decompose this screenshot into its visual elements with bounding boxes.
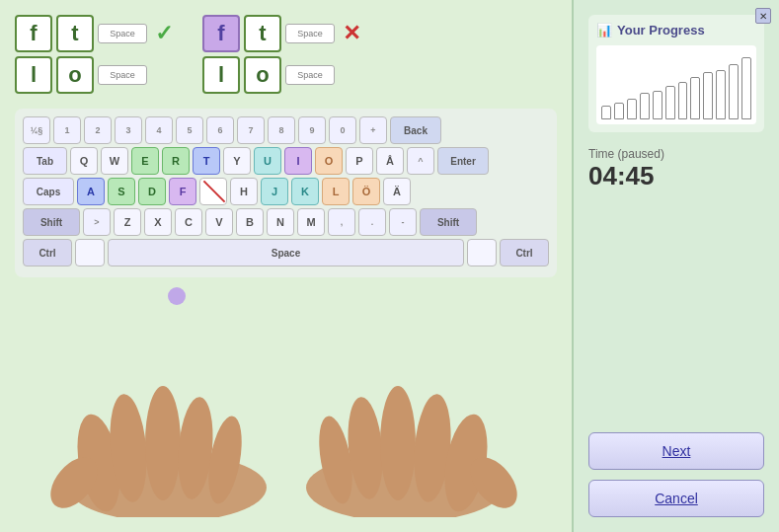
- key-o[interactable]: O: [315, 147, 343, 175]
- main-area: f t Space ✓ l o Space f t Space ✕ l o: [0, 0, 572, 532]
- word-row-3: f t Space ✕: [202, 15, 360, 52]
- word-comparison-area: f t Space ✓ l o Space f t Space ✕ l o: [15, 15, 557, 94]
- bar-5: [653, 91, 662, 119]
- word-group-incorrect: f t Space ✕ l o Space: [202, 15, 360, 94]
- chart-icon: 📊: [596, 23, 612, 38]
- key-f[interactable]: F: [169, 178, 196, 205]
- letter-l-correct: l: [15, 56, 52, 94]
- key-ae[interactable]: Ä: [383, 178, 411, 205]
- time-section: Time (paused) 04:45: [588, 147, 764, 191]
- cross-mark: ✕: [343, 21, 360, 46]
- key-alt-left[interactable]: [75, 239, 105, 266]
- key-row-asdf: Caps A S D F H J K L Ö Ä: [23, 178, 549, 205]
- key-7[interactable]: 7: [237, 116, 265, 144]
- time-label: Time (paused): [588, 147, 764, 161]
- progress-title: 📊 Your Progress: [596, 23, 756, 38]
- key-h[interactable]: H: [230, 178, 258, 205]
- key-5[interactable]: 5: [176, 116, 203, 144]
- letter-f-correct: f: [15, 15, 52, 52]
- key-z[interactable]: Z: [114, 208, 141, 236]
- hands-svg: [20, 369, 553, 517]
- progress-chart: [596, 45, 756, 124]
- key-q[interactable]: Q: [70, 147, 98, 175]
- key-u[interactable]: U: [254, 147, 281, 175]
- close-button[interactable]: ✕: [755, 8, 771, 24]
- letter-t-incorrect: t: [244, 15, 281, 52]
- key-ctrl-right[interactable]: Ctrl: [500, 239, 549, 266]
- key-aa[interactable]: Å: [376, 147, 404, 175]
- key-b[interactable]: B: [236, 208, 264, 236]
- key-j[interactable]: J: [261, 178, 288, 205]
- word-row-2: l o Space: [15, 56, 173, 94]
- keyboard: ¼§ 1 2 3 4 5 6 7 8 9 0 + Back Tab Q W E …: [15, 109, 557, 277]
- key-8[interactable]: 8: [268, 116, 295, 144]
- key-comma[interactable]: ,: [328, 208, 355, 236]
- svg-point-3: [145, 386, 181, 500]
- key-space[interactable]: Space: [108, 239, 464, 266]
- key-caps[interactable]: Caps: [23, 178, 74, 205]
- key-alt-right[interactable]: [467, 239, 497, 266]
- key-row-numbers: ¼§ 1 2 3 4 5 6 7 8 9 0 + Back: [23, 116, 549, 144]
- key-4[interactable]: 4: [145, 116, 173, 144]
- key-c[interactable]: C: [175, 208, 202, 236]
- bar-3: [627, 99, 637, 119]
- space-box-1: Space: [98, 24, 147, 43]
- bar-1: [601, 106, 611, 119]
- key-i[interactable]: I: [284, 147, 312, 175]
- bar-6: [665, 86, 675, 119]
- key-oe[interactable]: Ö: [352, 178, 380, 205]
- key-m[interactable]: M: [297, 208, 325, 236]
- word-group-correct: f t Space ✓ l o Space: [15, 15, 173, 94]
- finger-indicator: [168, 287, 186, 305]
- bar-12: [741, 57, 751, 119]
- key-tab[interactable]: Tab: [23, 147, 67, 175]
- key-s[interactable]: S: [108, 178, 135, 205]
- key-special[interactable]: ¼§: [23, 116, 50, 144]
- key-ctrl-left[interactable]: Ctrl: [23, 239, 72, 266]
- letter-t-correct: t: [56, 15, 94, 52]
- cancel-button[interactable]: Cancel: [588, 480, 764, 517]
- bar-7: [678, 82, 688, 120]
- key-p[interactable]: P: [346, 147, 373, 175]
- next-button[interactable]: Next: [588, 432, 764, 470]
- key-row-qwerty: Tab Q W E R T Y U I O P Å ^ Enter: [23, 147, 549, 175]
- key-r[interactable]: R: [162, 147, 190, 175]
- space-box-4: Space: [285, 65, 335, 85]
- key-9[interactable]: 9: [298, 116, 326, 144]
- key-k[interactable]: K: [291, 178, 319, 205]
- key-caret[interactable]: ^: [407, 147, 434, 175]
- key-gt[interactable]: >: [83, 208, 111, 236]
- key-3[interactable]: 3: [115, 116, 142, 144]
- word-row-4: l o Space: [202, 56, 360, 94]
- key-6[interactable]: 6: [206, 116, 234, 144]
- key-shift-right[interactable]: Shift: [420, 208, 477, 236]
- key-w[interactable]: W: [101, 147, 128, 175]
- bar-10: [716, 70, 726, 119]
- key-plus[interactable]: +: [359, 116, 387, 144]
- key-shift-left[interactable]: Shift: [23, 208, 80, 236]
- bar-2: [614, 103, 624, 120]
- key-0[interactable]: 0: [329, 116, 356, 144]
- key-d[interactable]: D: [138, 178, 166, 205]
- key-period[interactable]: .: [358, 208, 386, 236]
- key-x[interactable]: X: [144, 208, 172, 236]
- key-v[interactable]: V: [205, 208, 233, 236]
- key-2[interactable]: 2: [84, 116, 112, 144]
- key-dash[interactable]: -: [389, 208, 417, 236]
- key-slash[interactable]: [199, 178, 227, 205]
- key-1[interactable]: 1: [53, 116, 81, 144]
- key-n[interactable]: N: [267, 208, 294, 236]
- key-a[interactable]: A: [77, 178, 105, 205]
- key-backspace[interactable]: Back: [390, 116, 441, 144]
- time-value: 04:45: [588, 161, 764, 191]
- letter-f-incorrect: f: [202, 15, 240, 52]
- key-row-zxcv: Shift > Z X C V B N M , . - Shift: [23, 208, 549, 236]
- right-panel: ✕ 📊 Your Progress Time (paused) 04:45 Ne…: [572, 0, 779, 532]
- key-t[interactable]: T: [193, 147, 220, 175]
- progress-section: 📊 Your Progress: [588, 15, 764, 132]
- key-e[interactable]: E: [131, 147, 159, 175]
- key-y[interactable]: Y: [223, 147, 251, 175]
- letter-o-incorrect: o: [244, 56, 281, 94]
- key-enter[interactable]: Enter: [437, 147, 489, 175]
- key-l[interactable]: L: [322, 178, 350, 205]
